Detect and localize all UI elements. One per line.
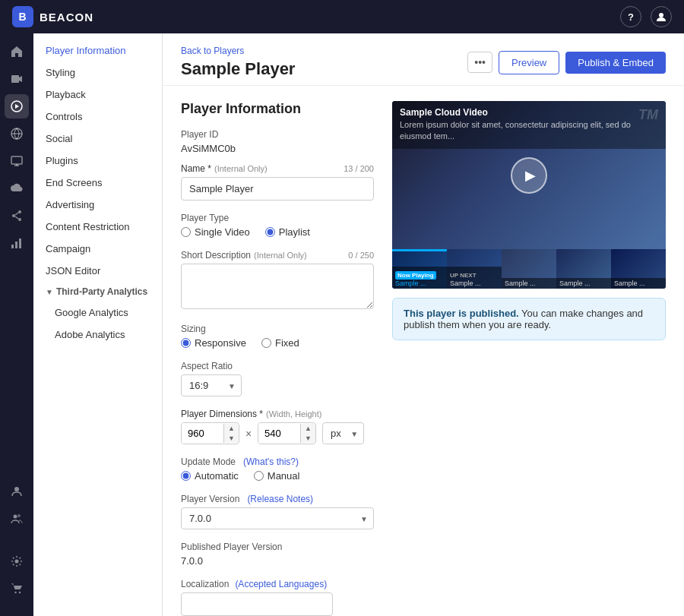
content-header: Back to Players Sample Player ••• Previe… [163, 33, 684, 86]
rail-settings-icon[interactable] [5, 549, 29, 573]
sidebar-analytics-section[interactable]: ▼ Third-Party Analytics [33, 282, 162, 302]
form-section-title: Player Information [181, 101, 374, 117]
player-type-radio-group: Single Video Playlist [181, 226, 374, 238]
sidebar-item-json-editor[interactable]: JSON Editor [33, 260, 162, 282]
sidebar-item-google-analytics[interactable]: Google Analytics [33, 302, 162, 324]
logo: B BEACON [12, 6, 93, 27]
sidebar-item-styling[interactable]: Styling [33, 62, 162, 84]
now-playing-tag: Now Playing [395, 271, 436, 280]
svg-line-11 [15, 213, 18, 215]
rail-cart-icon[interactable] [5, 577, 29, 601]
width-up-button[interactable]: ▲ [224, 424, 239, 434]
rail-video-icon[interactable] [5, 67, 29, 91]
publish-embed-button[interactable]: Publish & Embed [565, 52, 666, 74]
height-up-button[interactable]: ▲ [301, 424, 315, 434]
playlist-radio[interactable]: Playlist [265, 226, 310, 238]
more-options-button[interactable]: ••• [467, 52, 492, 73]
sidebar-item-playback[interactable]: Playback [33, 84, 162, 106]
name-char-count: 13 / 200 [344, 164, 374, 173]
video-subtitle: Lorem ipsum dolor sit amet, consectetur … [400, 119, 658, 143]
rail-users-icon[interactable] [5, 507, 29, 531]
aspect-ratio-label: Aspect Ratio [181, 361, 374, 371]
svg-rect-5 [11, 156, 22, 164]
player-version-select[interactable]: 7.0.0 [181, 507, 374, 529]
whats-this-link[interactable]: (What's this?) [243, 456, 299, 467]
short-description-input[interactable] [181, 264, 374, 309]
single-video-radio[interactable]: Single Video [181, 226, 250, 238]
fixed-radio-input[interactable] [261, 338, 271, 348]
localization-label: Localization [181, 579, 229, 589]
thumbnail-1[interactable]: UP NEXT Sample ... [447, 249, 502, 289]
update-mode-field: Update Mode (What's this?) Automatic Man… [181, 456, 374, 482]
responsive-radio-input[interactable] [181, 338, 191, 348]
svg-rect-13 [11, 245, 14, 248]
preview-button[interactable]: Preview [499, 51, 559, 74]
thumbnail-3[interactable]: Sample ... [556, 249, 611, 289]
height-spinners: ▲ ▼ [300, 424, 315, 444]
height-input[interactable] [258, 423, 300, 444]
unit-select-wrapper: px % ▼ [322, 422, 364, 444]
rail-share-icon[interactable] [5, 204, 29, 228]
sidebar-item-campaign[interactable]: Campaign [33, 238, 162, 260]
top-nav: B BEACON ? [0, 0, 684, 33]
width-input[interactable] [182, 423, 223, 444]
svg-point-17 [14, 515, 17, 519]
player-version-label: Player Version [181, 494, 239, 504]
logo-icon: B [12, 6, 33, 27]
rail-player-icon[interactable] [5, 94, 29, 118]
sidebar-item-content-restriction[interactable]: Content Restriction [33, 216, 162, 238]
sidebar-item-advertising[interactable]: Advertising [33, 194, 162, 216]
form-left: Player Information Player ID AvSiMMC0b N… [181, 101, 374, 616]
chevron-down-icon: ▼ [46, 288, 53, 296]
width-down-button[interactable]: ▼ [224, 434, 239, 444]
height-down-button[interactable]: ▼ [301, 434, 315, 444]
sidebar-item-plugins[interactable]: Plugins [33, 150, 162, 172]
playlist-radio-input[interactable] [265, 227, 275, 237]
back-link[interactable]: Back to Players [181, 46, 295, 56]
sidebar-item-player-information[interactable]: Player Information [33, 39, 162, 62]
sidebar-item-adobe-analytics[interactable]: Adobe Analytics [33, 324, 162, 346]
release-notes-link[interactable]: (Release Notes) [247, 494, 313, 504]
dimensions-sub: (Width, Height) [266, 409, 321, 419]
help-button[interactable]: ? [620, 6, 641, 27]
sidebar-item-social[interactable]: Social [33, 128, 162, 150]
thumbnail-4[interactable]: Sample ... [611, 249, 666, 289]
automatic-radio-input[interactable] [181, 471, 191, 481]
icon-rail [0, 33, 33, 616]
rail-user-icon[interactable] [5, 479, 29, 504]
thumbnail-0[interactable]: Now Playing Sample ... [392, 249, 447, 289]
rail-tv-icon[interactable] [5, 149, 29, 173]
manual-radio-input[interactable] [254, 471, 264, 481]
dimensions-row: ▲ ▼ × ▲ ▼ [181, 422, 374, 444]
name-input[interactable] [181, 177, 374, 201]
fixed-radio[interactable]: Fixed [261, 337, 299, 349]
rail-analytics-icon[interactable] [5, 231, 29, 255]
play-icon: ▶ [525, 167, 536, 184]
rail-home-icon[interactable] [5, 39, 29, 64]
single-video-radio-input[interactable] [181, 227, 191, 237]
thumbnail-2[interactable]: Sample ... [502, 249, 556, 289]
localization-input[interactable] [181, 592, 333, 616]
rail-cloud-icon[interactable] [5, 176, 29, 201]
play-button[interactable]: ▶ [511, 157, 547, 194]
video-thumbnails: Now Playing Sample ... UP NEXT Sample ..… [392, 249, 666, 289]
rail-globe-icon[interactable] [5, 122, 29, 146]
svg-point-10 [18, 218, 21, 221]
thumb-label-3: Sample ... [559, 280, 608, 287]
width-input-wrapper: ▲ ▼ [181, 422, 239, 444]
manual-radio[interactable]: Manual [254, 470, 300, 482]
short-description-field: Short Description (Internal Only) 0 / 25… [181, 250, 374, 311]
aspect-ratio-select[interactable]: 16:9 4:3 1:1 [181, 374, 242, 396]
user-button[interactable] [651, 6, 672, 27]
automatic-radio[interactable]: Automatic [181, 470, 239, 482]
sidebar-item-controls[interactable]: Controls [33, 106, 162, 128]
responsive-radio[interactable]: Responsive [181, 337, 246, 349]
sidebar-item-end-screens[interactable]: End Screens [33, 172, 162, 194]
svg-point-19 [15, 560, 19, 564]
name-internal-note: (Internal Only) [214, 164, 268, 173]
svg-rect-1 [11, 75, 19, 83]
sidebar: Player Information Styling Playback Cont… [33, 33, 163, 616]
accepted-languages-link[interactable]: (Accepted Languages) [235, 579, 327, 589]
unit-select[interactable]: px % [322, 422, 364, 444]
published-banner: This player is published. You can make c… [392, 298, 666, 340]
